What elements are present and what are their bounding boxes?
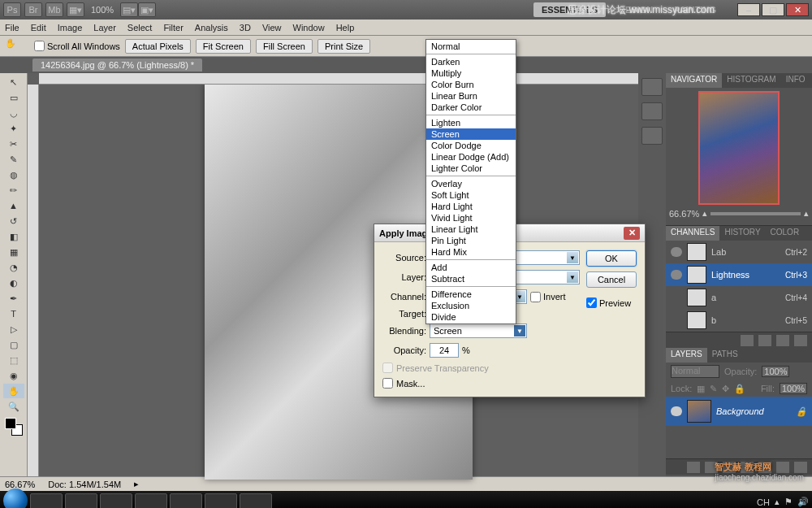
- eye-icon[interactable]: [671, 270, 682, 280]
- ok-button[interactable]: OK: [586, 250, 637, 267]
- move-tool[interactable]: ↖: [3, 75, 24, 89]
- zoom-tool[interactable]: 🔍: [3, 399, 24, 414]
- menu-file[interactable]: File: [5, 23, 19, 33]
- layer-background[interactable]: Background 🔒: [666, 397, 812, 426]
- blend-mode-linear-burn[interactable]: Linear Burn: [426, 90, 516, 102]
- view-extras-icon[interactable]: ▦▾: [67, 2, 84, 17]
- fit-screen-button[interactable]: Fit Screen: [196, 39, 251, 54]
- ruler-horizontal[interactable]: [39, 73, 638, 85]
- blend-mode-normal[interactable]: Normal: [426, 41, 516, 52]
- blend-mode-lighten[interactable]: Lighten: [426, 117, 516, 128]
- pen-tool[interactable]: ✒: [3, 291, 24, 306]
- healing-tool[interactable]: ◍: [3, 167, 24, 182]
- system-tray[interactable]: CH ▴ ⚑ 🔊: [757, 497, 809, 507]
- actions-panel-icon[interactable]: [641, 127, 663, 145]
- zoom-in-icon[interactable]: ▴: [804, 208, 809, 219]
- link-layers-icon[interactable]: [687, 462, 700, 473]
- status-arrow-icon[interactable]: ▸: [134, 479, 139, 489]
- fill-screen-button[interactable]: Fill Screen: [256, 39, 313, 54]
- blend-mode-darker-color[interactable]: Darker Color: [426, 102, 516, 113]
- tab-histogram[interactable]: HISTOGRAM: [722, 73, 780, 88]
- task-lightroom[interactable]: [100, 493, 132, 509]
- blur-tool[interactable]: ◔: [3, 260, 24, 275]
- ruler-vertical[interactable]: [28, 85, 39, 476]
- channel-a[interactable]: aCtrl+4: [666, 286, 812, 309]
- menu-image[interactable]: Image: [58, 23, 83, 33]
- bridge-icon[interactable]: Br: [24, 2, 42, 17]
- minibridge-icon[interactable]: Mb: [45, 2, 63, 17]
- menu-filter[interactable]: Filter: [163, 23, 183, 33]
- mask-checkbox[interactable]: Mask...: [382, 378, 580, 389]
- stamp-tool[interactable]: ▲: [3, 198, 24, 213]
- tab-navigator[interactable]: NAVIGATOR: [666, 73, 722, 88]
- marquee-tool[interactable]: ▭: [3, 90, 24, 105]
- navigator-zoom-value[interactable]: 66.67%: [669, 209, 699, 219]
- document-tab[interactable]: 14256364.jpg @ 66.7% (Lightness/8) *: [32, 59, 202, 72]
- task-app[interactable]: [240, 493, 272, 509]
- print-size-button[interactable]: Print Size: [317, 39, 370, 54]
- history-brush-tool[interactable]: ↺: [3, 214, 24, 228]
- task-bridge[interactable]: [65, 493, 97, 509]
- blend-mode-pin-light[interactable]: Pin Light: [426, 235, 516, 246]
- dodge-tool[interactable]: ◐: [3, 276, 24, 290]
- path-tool[interactable]: ▷: [3, 322, 24, 336]
- status-doc[interactable]: Doc: 1.54M/1.54M: [48, 480, 121, 489]
- color-swatch[interactable]: [5, 418, 23, 436]
- blend-mode-subtract[interactable]: Subtract: [426, 273, 516, 284]
- opacity-input[interactable]: [430, 343, 459, 358]
- blending-combo[interactable]: Screen▼: [430, 323, 527, 338]
- tray-up-icon[interactable]: ▴: [775, 497, 780, 507]
- blend-mode-hard-mix[interactable]: Hard Mix: [426, 246, 516, 258]
- screenmode-icon[interactable]: ▣▾: [138, 2, 156, 17]
- channel-lab[interactable]: LabCtrl+2: [666, 241, 812, 263]
- minibridge-panel-icon[interactable]: [641, 78, 663, 96]
- actual-pixels-button[interactable]: Actual Pixels: [125, 39, 191, 54]
- lock-transparent-icon[interactable]: ▦: [697, 384, 705, 394]
- 3d-tool[interactable]: ⬚: [3, 353, 24, 367]
- blend-mode-divide[interactable]: Divide: [426, 311, 516, 323]
- eye-icon[interactable]: [671, 247, 682, 257]
- delete-channel-icon[interactable]: [794, 335, 807, 346]
- tray-action-icon[interactable]: ⚑: [784, 497, 793, 507]
- menu-select[interactable]: Select: [127, 23, 153, 33]
- hand-tool[interactable]: ✋: [3, 384, 24, 398]
- scroll-all-checkbox[interactable]: Scroll All Windows: [34, 41, 120, 51]
- channel-b[interactable]: bCtrl+5: [666, 309, 812, 332]
- menu-view[interactable]: View: [262, 23, 282, 33]
- titlebar-zoom[interactable]: 100%: [91, 5, 114, 15]
- new-channel-icon[interactable]: [776, 335, 789, 346]
- fill-field[interactable]: 100%: [780, 383, 807, 394]
- blend-mode-color-dodge[interactable]: Color Dodge: [426, 140, 516, 151]
- lasso-tool[interactable]: ◡: [3, 106, 24, 120]
- tab-channels[interactable]: CHANNELS: [666, 226, 719, 241]
- dialog-close-icon[interactable]: ✕: [624, 227, 640, 240]
- blend-mode-hard-light[interactable]: Hard Light: [426, 201, 516, 212]
- zoom-out-icon[interactable]: ▴: [702, 208, 707, 219]
- invert-checkbox[interactable]: Invert: [530, 292, 574, 302]
- load-selection-icon[interactable]: [741, 335, 754, 346]
- menu-help[interactable]: Help: [336, 23, 355, 33]
- tray-ime-icon[interactable]: CH: [757, 497, 770, 507]
- blend-mode-soft-light[interactable]: Soft Light: [426, 189, 516, 201]
- gradient-tool[interactable]: ▦: [3, 245, 24, 259]
- task-explorer[interactable]: [30, 493, 63, 509]
- blend-mode-exclusion[interactable]: Exclusion: [426, 300, 516, 311]
- hand-tool-icon[interactable]: ✋: [5, 38, 29, 54]
- status-zoom[interactable]: 66.67%: [5, 480, 35, 489]
- blend-mode-vivid-light[interactable]: Vivid Light: [426, 212, 516, 224]
- crop-tool[interactable]: ✂: [3, 137, 24, 151]
- tab-layers[interactable]: LAYERS: [666, 348, 707, 363]
- blend-mode-multiply[interactable]: Multiply: [426, 67, 516, 79]
- blend-mode-select[interactable]: Normal: [671, 365, 719, 378]
- 3d-camera-tool[interactable]: ◉: [3, 368, 24, 383]
- task-browser[interactable]: [170, 493, 202, 509]
- blend-mode-difference[interactable]: Difference: [426, 289, 516, 300]
- start-orb[interactable]: [3, 488, 28, 508]
- blend-mode-darken[interactable]: Darken: [426, 56, 516, 67]
- blend-mode-screen[interactable]: Screen: [426, 128, 516, 140]
- blend-mode-lighter-color[interactable]: Lighter Color: [426, 163, 516, 174]
- blend-mode-linear-light[interactable]: Linear Light: [426, 224, 516, 235]
- eye-icon[interactable]: [671, 406, 682, 416]
- tray-volume-icon[interactable]: 🔊: [797, 497, 809, 507]
- save-selection-icon[interactable]: [758, 335, 771, 346]
